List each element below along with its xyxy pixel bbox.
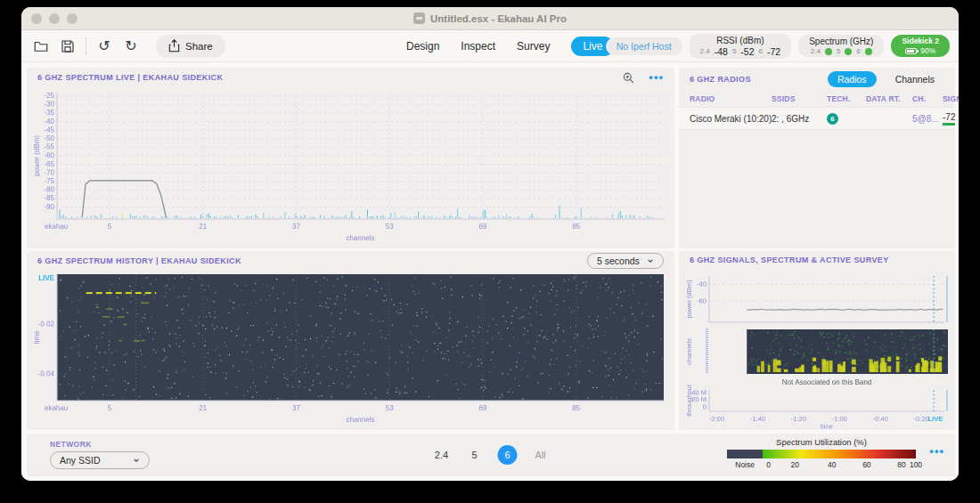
spectrum-band-label: 5 (837, 47, 840, 55)
zoom-in-icon[interactable] (623, 72, 634, 84)
network-label: NETWORK (50, 440, 92, 449)
share-label: Share (185, 41, 213, 52)
toolbar-divider (86, 37, 86, 55)
band-selector: 2.456All (432, 445, 551, 465)
band-option-5[interactable]: 5 (465, 450, 485, 460)
close-window-button[interactable] (31, 13, 42, 24)
mode-tabs: DesignInspectSurveyLive (406, 37, 614, 56)
bottom-bar: NETWORK Any SSID 2.456All Spectrum Utili… (27, 434, 955, 476)
band-option-all[interactable]: All (531, 450, 551, 460)
minimize-window-button[interactable] (49, 13, 60, 24)
battery-icon (905, 48, 917, 54)
rssi-band-label: 2.4 (700, 47, 710, 55)
radios-title: 6 GHZ RADIOS (690, 75, 751, 84)
radios-column-header: RADIO (690, 94, 772, 103)
spectrum-status: Spectrum (GHz) 2.456 (798, 35, 884, 57)
radios-column-header: CH. (912, 94, 943, 103)
radio-name-cell: Cisco Meraki (10:20) (690, 114, 772, 124)
history-interval-value: 5 seconds (597, 256, 640, 266)
utilization-label: 100 (910, 460, 922, 469)
rssi-band-label: 6 (759, 47, 763, 55)
spectrum-live-title: 6 GHZ SPECTRUM LIVE | EKAHAU SIDEKICK (37, 73, 223, 82)
history-interval-dropdown[interactable]: 5 seconds (587, 253, 664, 269)
titlebar: Untitled.esx - Ekahau AI Pro (21, 7, 959, 30)
main-content: 6 GHZ SPECTRUM LIVE | EKAHAU SIDEKICK ••… (21, 63, 959, 481)
zoom-window-button[interactable] (67, 13, 78, 24)
utilization-label: 40 (828, 460, 836, 469)
tech-cell: 6 (827, 113, 866, 125)
wifi-6e-icon: 6 (827, 113, 838, 125)
redo-button[interactable]: ↻ (122, 37, 140, 55)
band-option-6[interactable]: 6 (498, 445, 518, 465)
ssid-selector-value: Any SSID (60, 455, 101, 466)
open-file-icon[interactable] (32, 37, 50, 55)
spectrum-status-dot (825, 48, 832, 55)
spectrum-history-panel: 6 GHZ SPECTRUM HISTORY | EKAHAU SIDEKICK… (27, 251, 674, 430)
radios-panel: 6 GHZ RADIOS RadiosChannels RADIOSSIDSTE… (679, 68, 955, 248)
tab-design[interactable]: Design (406, 40, 439, 53)
utilization-label: Noise (735, 460, 755, 469)
spectrum-status-dot (865, 48, 872, 55)
undo-button[interactable]: ↺ (95, 37, 113, 55)
save-file-icon[interactable] (59, 37, 77, 55)
ssid-selector-dropdown[interactable]: Any SSID (50, 451, 150, 469)
tab-inspect[interactable]: Inspect (461, 40, 495, 53)
signal-value: -72 (943, 112, 955, 126)
signal-cell: -72 (943, 112, 959, 126)
utilization-label: 20 (791, 460, 799, 469)
tab-survey[interactable]: Survey (517, 40, 550, 53)
signals-panel: 6 GHZ SIGNALS, SPECTRUM & ACTIVE SURVEY (679, 251, 955, 430)
sidekick-battery-percent: 90% (920, 46, 935, 55)
share-button[interactable]: Share (156, 35, 225, 58)
toolbar: ↺ ↻ Share DesignInspectSurveyLive No Ipe… (21, 30, 959, 62)
ssids-cell: 2: , 6GHz (772, 114, 827, 124)
rssi-status: RSSI (dBm) 2.4-485-526-72 (690, 34, 792, 59)
radios-table-header: RADIOSSIDSTECH.DATA RT.CH.SIGN... (679, 91, 955, 107)
radios-table-row[interactable]: Cisco Meraki (10:20)2: , 6GHz65@8...-72 (679, 107, 955, 130)
radios-toggle-radios[interactable]: Radios (828, 71, 877, 87)
spectrum-band-label: 6 (856, 47, 860, 55)
rssi-band-value: -72 (767, 46, 780, 57)
utilization-noise-swatch (727, 450, 763, 458)
sidekick-status-badge[interactable]: Sidekick 2 90% (891, 35, 950, 57)
utilization-label: 0 (766, 460, 771, 469)
chevron-down-icon (133, 457, 140, 464)
signals-title: 6 GHZ SIGNALS, SPECTRUM & ACTIVE SURVEY (690, 256, 889, 264)
iperf-status-badge[interactable]: No Iperf Host (606, 37, 682, 55)
spectrum-status-dot (845, 48, 852, 55)
sidekick-name: Sidekick 2 (902, 37, 939, 45)
spectrum-live-chart (30, 87, 671, 246)
utilization-label: 80 (897, 460, 905, 469)
radios-view-toggle: RadiosChannels (828, 71, 944, 87)
window-title: Untitled.esx - Ekahau AI Pro (430, 13, 567, 24)
radios-toggle-channels[interactable]: Channels (886, 71, 944, 87)
band-option-2.4[interactable]: 2.4 (432, 450, 452, 460)
radios-column-header: SSIDS (772, 94, 827, 103)
utilization-label: 60 (862, 460, 870, 469)
rssi-band-value: -48 (715, 46, 728, 57)
spectrum-history-title: 6 GHZ SPECTRUM HISTORY | EKAHAU SIDEKICK (37, 256, 241, 265)
rssi-band-label: 5 (732, 47, 736, 55)
utilization-gradient (763, 450, 916, 458)
radios-column-header: SIGN... (943, 94, 959, 103)
app-window: Untitled.esx - Ekahau AI Pro ↺ ↻ Share D… (21, 7, 959, 481)
spectrum-band-label: 2.4 (811, 47, 821, 55)
chevron-down-icon (647, 257, 654, 264)
spectrum-title: Spectrum (GHz) (809, 37, 873, 46)
rssi-band-value: -52 (740, 46, 754, 57)
radios-column-header: DATA RT. (866, 94, 912, 103)
radios-table-body: Cisco Meraki (10:20)2: , 6GHz65@8...-72 (679, 107, 955, 130)
document-proxy-icon (413, 12, 425, 24)
spectrum-live-panel: 6 GHZ SPECTRUM LIVE | EKAHAU SIDEKICK ••… (27, 68, 674, 248)
signals-chart (682, 269, 951, 429)
window-controls[interactable] (31, 13, 78, 24)
spectrum-history-chart (30, 271, 671, 427)
radios-column-header: TECH. (827, 94, 866, 103)
rssi-title: RSSI (dBm) (700, 36, 781, 45)
utilization-title: Spectrum Utilization (%) (727, 437, 916, 447)
spectrum-utilization-legend: Spectrum Utilization (%) Noise0204060801… (727, 437, 916, 470)
channel-cell: 5@8... (912, 114, 943, 124)
share-icon (168, 39, 180, 53)
